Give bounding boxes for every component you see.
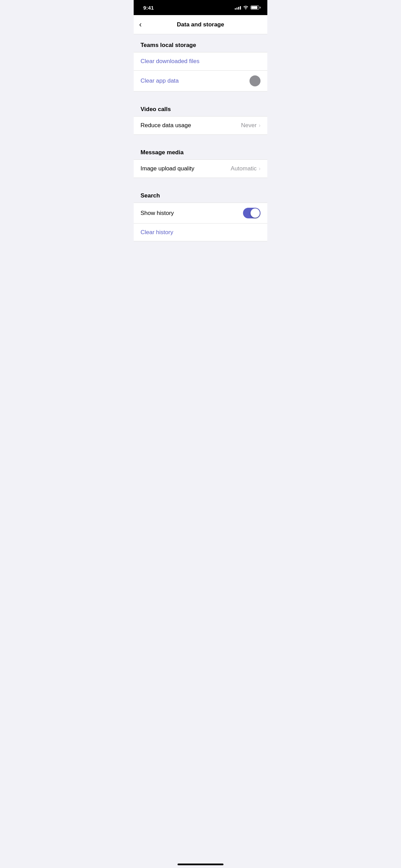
section-header-search: Search xyxy=(134,185,267,203)
signal-bar-2 xyxy=(236,8,238,10)
page-title: Data and storage xyxy=(177,21,224,28)
wifi-icon xyxy=(243,5,248,10)
show-history-toggle[interactable] xyxy=(243,208,260,218)
section-content-video-calls: Reduce data usage Never › xyxy=(134,116,267,135)
image-upload-quality-chevron-icon: › xyxy=(259,166,260,172)
section-search: Search Show history Clear history xyxy=(134,185,267,241)
reduce-data-usage-current: Never xyxy=(241,122,256,129)
section-header-video-calls: Video calls xyxy=(134,98,267,116)
section-teams-local-storage: Teams local storage Clear downloaded fil… xyxy=(134,34,267,92)
list-item-image-upload-quality[interactable]: Image upload quality Automatic › xyxy=(134,160,267,178)
signal-bar-1 xyxy=(235,8,236,10)
clear-downloaded-files-label: Clear downloaded files xyxy=(141,58,199,65)
signal-bars-icon xyxy=(235,5,241,10)
back-chevron-icon: ‹ xyxy=(139,21,142,28)
status-icons xyxy=(235,5,259,10)
section-header-teams-local-storage: Teams local storage xyxy=(134,34,267,52)
bottom-spacer xyxy=(134,241,267,269)
spacer-2 xyxy=(134,135,267,142)
content: Teams local storage Clear downloaded fil… xyxy=(134,34,267,241)
nav-bar: ‹ Data and storage xyxy=(134,15,267,34)
spacer-3 xyxy=(134,178,267,185)
section-video-calls: Video calls Reduce data usage Never › xyxy=(134,98,267,135)
clear-app-data-toggle[interactable] xyxy=(250,75,260,86)
toggle-knob xyxy=(251,208,260,218)
list-item-clear-history[interactable]: Clear history xyxy=(134,223,267,241)
image-upload-quality-value: Automatic › xyxy=(231,165,260,172)
clear-app-data-label: Clear app data xyxy=(141,77,179,84)
status-time: 9:41 xyxy=(143,5,154,11)
list-item-clear-downloaded-files[interactable]: Clear downloaded files xyxy=(134,52,267,70)
signal-bar-3 xyxy=(238,7,239,10)
show-history-label: Show history xyxy=(141,210,174,217)
list-item-show-history: Show history xyxy=(134,203,267,223)
signal-bar-4 xyxy=(240,6,241,10)
section-content-message-media: Image upload quality Automatic › xyxy=(134,159,267,178)
battery-fill xyxy=(251,6,257,9)
reduce-data-usage-value: Never › xyxy=(241,122,260,129)
status-bar: 9:41 xyxy=(134,0,267,15)
section-header-message-media: Message media xyxy=(134,142,267,159)
list-item-clear-app-data[interactable]: Clear app data xyxy=(134,70,267,91)
image-upload-quality-label: Image upload quality xyxy=(141,165,194,172)
section-content-search: Show history Clear history xyxy=(134,203,267,241)
spacer-1 xyxy=(134,92,267,98)
section-message-media: Message media Image upload quality Autom… xyxy=(134,142,267,178)
reduce-data-usage-chevron-icon: › xyxy=(259,122,260,129)
reduce-data-usage-label: Reduce data usage xyxy=(141,122,191,129)
battery-icon xyxy=(251,5,259,10)
clear-history-label: Clear history xyxy=(141,229,173,236)
back-button[interactable]: ‹ xyxy=(139,18,145,31)
list-item-reduce-data-usage[interactable]: Reduce data usage Never › xyxy=(134,117,267,134)
image-upload-quality-current: Automatic xyxy=(231,165,257,172)
section-content-teams-local-storage: Clear downloaded files Clear app data xyxy=(134,52,267,92)
